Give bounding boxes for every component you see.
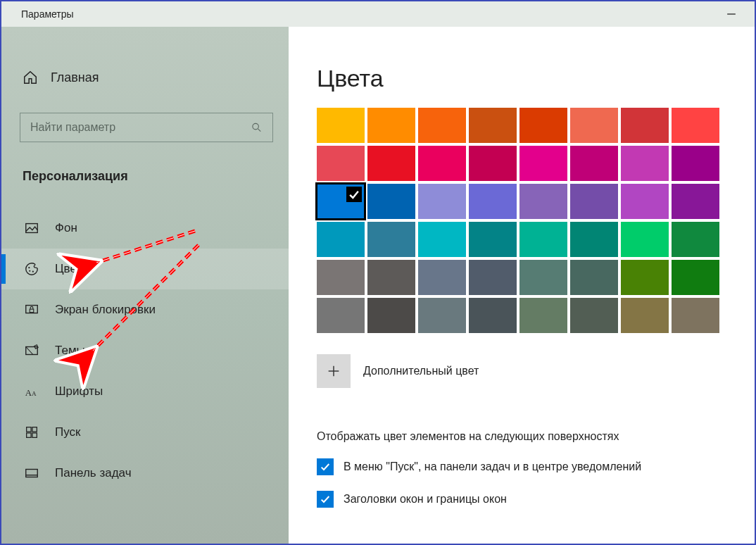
surfaces-heading: Отображать цвет элементов на следующих п…: [317, 430, 729, 443]
color-swatch[interactable]: [519, 260, 567, 295]
checkbox-row-titlebars: Заголовки окон и границы окон: [317, 491, 729, 508]
color-swatch[interactable]: [469, 108, 517, 143]
sidebar-item-fonts[interactable]: AA Шрифты: [1, 371, 289, 412]
color-swatch[interactable]: [570, 260, 618, 295]
checkbox-start-taskbar[interactable]: [317, 458, 334, 475]
add-color-row: Дополнительный цвет: [317, 354, 729, 388]
checkbox-label: В меню "Пуск", на панели задач и в центр…: [344, 461, 641, 473]
color-swatch[interactable]: [418, 184, 466, 219]
color-swatch[interactable]: [469, 260, 517, 295]
color-swatch[interactable]: [570, 184, 618, 219]
color-swatch[interactable]: [672, 146, 719, 181]
color-swatch[interactable]: [570, 222, 618, 257]
sidebar-item-label: Темы: [55, 344, 85, 358]
color-swatch[interactable]: [367, 222, 415, 257]
color-swatch[interactable]: [570, 146, 618, 181]
color-swatch[interactable]: [418, 146, 466, 181]
color-swatch[interactable]: [672, 298, 719, 333]
color-swatch[interactable]: [418, 108, 466, 143]
color-swatch[interactable]: [672, 108, 719, 143]
sidebar-item-themes[interactable]: Темы: [1, 330, 289, 371]
checkbox-label: Заголовки окон и границы окон: [344, 493, 507, 506]
search-box[interactable]: [20, 113, 273, 142]
color-swatch[interactable]: [367, 260, 415, 295]
svg-point-4: [28, 267, 30, 268]
checkbox-row-start: В меню "Пуск", на панели задач и в центр…: [317, 458, 729, 475]
svg-line-2: [258, 129, 261, 132]
sidebar-item-label: Панель задач: [55, 466, 132, 480]
color-swatch[interactable]: [317, 260, 365, 295]
color-swatch[interactable]: [621, 298, 669, 333]
color-swatch[interactable]: [367, 108, 415, 143]
window-title: Параметры: [21, 8, 74, 20]
color-swatch[interactable]: [519, 108, 567, 143]
svg-rect-8: [30, 309, 34, 313]
minimize-button[interactable]: [721, 9, 742, 19]
check-icon: [320, 461, 331, 472]
color-swatch[interactable]: [621, 108, 669, 143]
checkbox-titlebars[interactable]: [317, 491, 334, 508]
svg-rect-12: [27, 427, 31, 432]
color-swatch[interactable]: [570, 298, 618, 333]
color-swatch[interactable]: [621, 184, 669, 219]
color-swatch[interactable]: [621, 222, 669, 257]
taskbar-icon: [24, 465, 39, 481]
color-swatch[interactable]: [418, 260, 466, 295]
picture-icon: [24, 220, 39, 236]
color-swatch[interactable]: [672, 184, 719, 219]
color-swatch[interactable]: [317, 108, 365, 143]
sidebar-item-label: Экран блокировки: [55, 303, 156, 317]
color-swatch[interactable]: [672, 260, 719, 295]
color-swatch[interactable]: [519, 146, 567, 181]
color-swatch[interactable]: [469, 146, 517, 181]
sidebar-item-lockscreen[interactable]: Экран блокировки: [1, 289, 289, 330]
sidebar-home[interactable]: Главная: [1, 61, 289, 94]
color-swatch-grid: [317, 108, 729, 333]
svg-rect-14: [27, 433, 31, 437]
svg-point-5: [29, 270, 30, 272]
color-swatch[interactable]: [317, 298, 365, 333]
home-icon: [23, 70, 38, 85]
sidebar-item-colors[interactable]: Цвета: [1, 249, 289, 289]
sidebar-item-label: Шрифты: [55, 384, 103, 399]
color-swatch[interactable]: [469, 222, 517, 257]
svg-point-1: [253, 123, 259, 130]
color-swatch[interactable]: [672, 222, 719, 257]
color-swatch[interactable]: [317, 222, 365, 257]
svg-text:A: A: [32, 390, 37, 397]
color-swatch[interactable]: [519, 222, 567, 257]
color-swatch[interactable]: [367, 146, 415, 181]
color-swatch[interactable]: [469, 298, 517, 333]
color-swatch[interactable]: [317, 146, 365, 181]
color-swatch[interactable]: [621, 146, 669, 181]
svg-rect-16: [26, 470, 38, 477]
color-swatch[interactable]: [418, 222, 466, 257]
color-swatch[interactable]: [570, 108, 618, 143]
color-swatch[interactable]: [367, 298, 415, 333]
color-swatch[interactable]: [621, 260, 669, 295]
add-color-button[interactable]: [317, 354, 351, 388]
sidebar-item-start[interactable]: Пуск: [1, 412, 289, 453]
search-icon: [251, 121, 263, 134]
content-pane: Цвета Дополнительный цвет Отображать цве…: [289, 27, 755, 544]
color-swatch[interactable]: [519, 184, 567, 219]
sidebar-item-label: Пуск: [55, 425, 80, 439]
sidebar: Главная Персонализация Фон Цвета Экран б…: [1, 27, 289, 544]
color-swatch[interactable]: [317, 184, 365, 219]
sidebar-item-background[interactable]: Фон: [1, 208, 289, 249]
themes-icon: [24, 343, 39, 358]
search-input[interactable]: [30, 121, 251, 134]
sidebar-home-label: Главная: [51, 70, 99, 85]
sidebar-item-taskbar[interactable]: Панель задач: [1, 453, 289, 494]
add-color-label: Дополнительный цвет: [363, 365, 479, 377]
sidebar-item-label: Цвета: [55, 262, 88, 276]
lockscreen-icon: [24, 302, 39, 318]
check-icon: [320, 494, 331, 505]
color-swatch[interactable]: [519, 298, 567, 333]
sidebar-item-label: Фон: [55, 221, 77, 235]
color-swatch[interactable]: [469, 184, 517, 219]
svg-point-6: [32, 271, 34, 272]
color-swatch[interactable]: [367, 184, 415, 219]
color-swatch[interactable]: [418, 298, 466, 333]
fonts-icon: AA: [24, 384, 39, 399]
